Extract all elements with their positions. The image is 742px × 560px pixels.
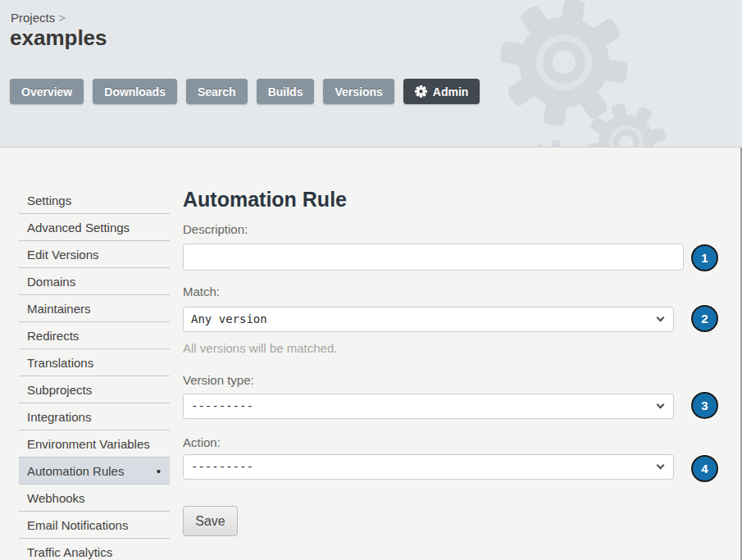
tab-overview-label: Overview	[21, 85, 72, 98]
description-label: Description:	[183, 222, 248, 236]
annotation-badge-4: 4	[691, 455, 718, 482]
version-type-select-value: ---------	[191, 399, 253, 412]
tab-builds-label: Builds	[268, 85, 303, 98]
tab-search-label: Search	[198, 85, 236, 98]
active-item-bullet: •	[157, 458, 161, 485]
tab-admin[interactable]: Admin	[403, 79, 480, 104]
tab-admin-label: Admin	[433, 85, 469, 98]
match-select[interactable]: Any version	[183, 307, 674, 332]
match-select-value: Any version	[191, 312, 267, 326]
annotation-badge-2: 2	[691, 305, 718, 332]
annotation-badge-3: 3	[691, 392, 718, 419]
match-label: Match:	[183, 285, 220, 298]
tab-builds[interactable]: Builds	[257, 79, 315, 104]
sidebar-item-label: Automation Rules	[27, 464, 124, 478]
version-type-label: Version type:	[183, 373, 254, 387]
breadcrumb-separator: >	[58, 11, 66, 25]
match-help-text: All versions will be matched.	[183, 341, 337, 355]
sidebar-item-subprojects[interactable]: Subprojects	[19, 376, 170, 403]
sidebar-item-integrations[interactable]: Integrations	[19, 403, 170, 430]
sidebar-item-translations[interactable]: Translations	[19, 349, 170, 376]
sidebar-item-webhooks[interactable]: Webhooks	[19, 485, 170, 512]
gear-icon	[415, 85, 427, 98]
tab-downloads-label: Downloads	[104, 85, 166, 98]
form-heading: Automation Rule	[183, 188, 347, 212]
version-type-select[interactable]: ---------	[183, 394, 674, 419]
tab-versions-label: Versions	[335, 85, 382, 98]
chevron-down-icon	[657, 314, 665, 322]
action-label: Action:	[183, 435, 221, 449]
sidebar-item-environment-variables[interactable]: Environment Variables	[19, 430, 170, 458]
description-input[interactable]	[183, 244, 684, 271]
tab-overview[interactable]: Overview	[10, 79, 84, 104]
sidebar-item-redirects[interactable]: Redirects	[19, 322, 170, 349]
breadcrumb: Projects >	[11, 11, 66, 25]
breadcrumb-projects-link[interactable]: Projects	[11, 11, 55, 25]
sidebar-item-email-notifications[interactable]: Email Notifications	[19, 512, 170, 539]
tab-versions[interactable]: Versions	[323, 79, 394, 104]
project-header: Projects > examples Overview Downloads S…	[0, 0, 742, 148]
sidebar-item-advanced-settings[interactable]: Advanced Settings	[19, 214, 170, 241]
sidebar-item-settings[interactable]: Settings	[19, 187, 170, 214]
sidebar-item-traffic-analytics[interactable]: Traffic Analytics	[19, 539, 170, 560]
tab-downloads[interactable]: Downloads	[93, 79, 177, 104]
chevron-down-icon	[657, 462, 665, 470]
project-nav: Overview Downloads Search Builds Version…	[10, 79, 480, 104]
gear-decoration	[0, 0, 742, 148]
sidebar-item-edit-versions[interactable]: Edit Versions	[19, 241, 170, 268]
sidebar-item-automation-rules[interactable]: Automation Rules •	[19, 458, 170, 485]
sidebar-item-domains[interactable]: Domains	[19, 268, 170, 295]
action-select-value: ---------	[191, 460, 253, 473]
action-select[interactable]: ---------	[183, 454, 674, 480]
sidebar-item-maintainers[interactable]: Maintainers	[19, 295, 170, 322]
tab-search[interactable]: Search	[186, 79, 248, 104]
page-title: examples	[10, 25, 107, 51]
annotation-badge-1: 1	[691, 244, 718, 271]
save-button[interactable]: Save	[183, 506, 238, 536]
chevron-down-icon	[657, 401, 665, 409]
admin-sidebar: Settings Advanced Settings Edit Versions…	[19, 187, 170, 560]
